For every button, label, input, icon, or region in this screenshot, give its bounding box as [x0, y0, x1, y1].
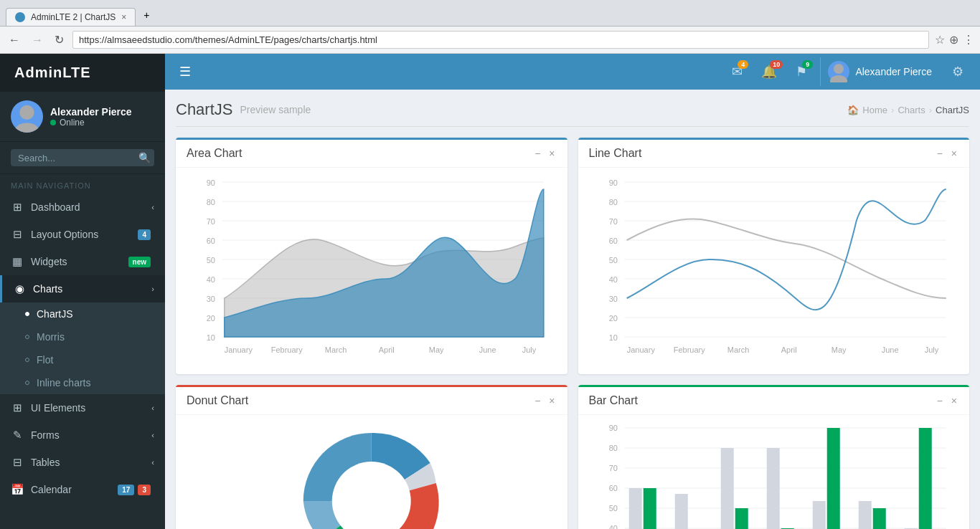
- area-chart-svg: 90 80 70 60 50 40 30 20 10: [187, 175, 557, 361]
- breadcrumb-home[interactable]: Home: [862, 105, 887, 115]
- tab-favicon: [15, 12, 25, 22]
- sidebar-toggle-button[interactable]: ☰: [176, 60, 194, 83]
- browser-chrome: AdminLTE 2 | ChartJS × +: [0, 0, 980, 27]
- svg-text:January: January: [626, 345, 655, 354]
- bar-chart-title: Bar Chart: [589, 394, 638, 407]
- svg-point-3: [830, 75, 847, 82]
- line-chart-close-button[interactable]: ×: [950, 148, 958, 159]
- app-wrapper: AdminLTE Alexander Pierce Online 🔍: [0, 54, 980, 529]
- sidebar-item-inline-charts[interactable]: Inline charts: [0, 371, 165, 394]
- donut-chart-close-button[interactable]: ×: [547, 395, 556, 406]
- svg-text:60: 60: [207, 237, 215, 245]
- area-chart-controls: − ×: [533, 148, 556, 159]
- breadcrumb-section[interactable]: Charts: [897, 105, 925, 115]
- sidebar-item-label: Forms: [31, 429, 151, 441]
- user-menu[interactable]: Alexander Pierce: [820, 57, 939, 86]
- back-button[interactable]: ←: [6, 32, 23, 48]
- svg-text:July: July: [522, 345, 537, 354]
- sidebar-item-forms[interactable]: ✎ Forms ‹: [0, 421, 165, 449]
- bookmark-icon[interactable]: ☆: [935, 33, 945, 47]
- user-panel: Alexander Pierce Online: [0, 92, 165, 142]
- svg-rect-71: [628, 488, 641, 529]
- new-tab-button[interactable]: +: [136, 4, 157, 26]
- line-chart-svg: 90 80 70 60 50 40 30 20 10: [589, 175, 959, 361]
- chevron-right-icon: ‹: [151, 203, 154, 211]
- sidebar-item-morris[interactable]: Morris: [0, 325, 165, 348]
- badge-calendar-2: 3: [138, 485, 151, 495]
- bar-chart-box: Bar Chart − × 90 80 70 60: [578, 385, 970, 529]
- search-box: 🔍: [0, 142, 165, 174]
- bar-chart-minimize-button[interactable]: −: [936, 395, 944, 406]
- line-chart-title: Line Chart: [589, 147, 642, 160]
- flags-button[interactable]: ⚑ 9: [790, 60, 813, 83]
- area-chart-close-button[interactable]: ×: [547, 148, 556, 159]
- sidebar-item-charts[interactable]: ◉ Charts ›: [0, 275, 165, 302]
- svg-text:January: January: [225, 345, 253, 354]
- sidebar-item-ui-elements[interactable]: ⊞ UI Elements ‹: [0, 394, 165, 421]
- messages-badge: 4: [738, 60, 748, 69]
- sub-nav-label: Inline charts: [37, 377, 90, 389]
- svg-text:80: 80: [608, 444, 617, 452]
- area-chart-minimize-button[interactable]: −: [533, 148, 542, 159]
- bar-chart-header: Bar Chart − ×: [578, 385, 970, 415]
- svg-text:40: 40: [207, 275, 215, 284]
- extension-icon[interactable]: ⊕: [949, 33, 958, 47]
- user-status: Online: [50, 118, 132, 128]
- sidebar-item-dashboard[interactable]: ⊞ Dashboard ‹: [0, 194, 165, 221]
- svg-text:80: 80: [207, 198, 215, 206]
- bullet-icon: [25, 312, 29, 316]
- page-subtitle: Preview sample: [240, 104, 311, 115]
- bullet-icon: [25, 381, 29, 385]
- search-icon[interactable]: 🔍: [138, 152, 151, 163]
- sidebar-item-flot[interactable]: Flot: [0, 348, 165, 371]
- breadcrumb-home-icon: 🏠: [847, 105, 859, 115]
- chevron-down-icon: ›: [151, 285, 154, 293]
- svg-text:50: 50: [608, 504, 617, 513]
- user-menu-name: Alexander Pierce: [855, 66, 932, 77]
- charts-grid: Area Chart − × 90 80 70 60: [176, 138, 969, 529]
- line-chart-minimize-button[interactable]: −: [936, 148, 944, 159]
- menu-icon[interactable]: ⋮: [963, 33, 974, 47]
- svg-text:10: 10: [608, 333, 617, 342]
- sidebar-item-layout-options[interactable]: ⊟ Layout Options 4: [0, 221, 165, 248]
- settings-button[interactable]: ⚙: [946, 60, 969, 83]
- messages-button[interactable]: ✉ 4: [726, 60, 748, 83]
- sidebar-item-chartjs[interactable]: ChartJS: [0, 302, 165, 325]
- status-label: Online: [60, 118, 85, 128]
- browser-tab-active[interactable]: AdminLTE 2 | ChartJS ×: [6, 8, 136, 26]
- tab-close-button[interactable]: ×: [121, 12, 126, 22]
- svg-rect-72: [643, 488, 656, 529]
- reload-button[interactable]: ↻: [52, 32, 67, 48]
- svg-text:60: 60: [608, 484, 617, 492]
- svg-text:70: 70: [608, 217, 617, 226]
- badge-layout: 4: [138, 229, 151, 240]
- svg-rect-81: [858, 501, 871, 529]
- svg-text:February: February: [673, 345, 705, 354]
- badge-calendar-1: 17: [118, 485, 134, 495]
- forward-button[interactable]: →: [29, 32, 46, 48]
- svg-point-1: [15, 123, 39, 133]
- svg-text:March: March: [727, 345, 749, 354]
- content-wrapper: ☰ ✉ 4 🔔 10 ⚑ 9: [165, 54, 980, 529]
- browser-toolbar: ← → ↻ ☆ ⊕ ⋮: [0, 27, 980, 54]
- svg-text:60: 60: [608, 237, 617, 245]
- donut-chart-minimize-button[interactable]: −: [533, 395, 542, 406]
- chevron-right-icon: ‹: [151, 404, 154, 412]
- area-chart-body: 90 80 70 60 50 40 30 20 10: [176, 168, 567, 374]
- search-input[interactable]: [18, 153, 138, 163]
- sidebar: AdminLTE Alexander Pierce Online 🔍: [0, 54, 165, 529]
- sidebar-item-tables[interactable]: ⊟ Tables ‹: [0, 449, 165, 476]
- sub-nav-label: Flot: [37, 354, 53, 366]
- bar-chart-close-button[interactable]: ×: [950, 395, 958, 406]
- area-chart-title: Area Chart: [187, 147, 242, 160]
- sidebar-item-calendar[interactable]: 📅 Calendar 17 3: [0, 476, 165, 503]
- svg-text:30: 30: [608, 295, 617, 303]
- sidebar-item-widgets[interactable]: ▦ Widgets new: [0, 248, 165, 275]
- svg-text:90: 90: [608, 424, 617, 432]
- url-bar[interactable]: [72, 31, 929, 49]
- svg-text:70: 70: [608, 464, 617, 472]
- area-chart-box: Area Chart − × 90 80 70 60: [176, 138, 567, 374]
- notifications-button[interactable]: 🔔 10: [755, 60, 783, 83]
- sidebar-item-label: Layout Options: [31, 229, 138, 240]
- line-chart-header: Line Chart − ×: [578, 138, 970, 168]
